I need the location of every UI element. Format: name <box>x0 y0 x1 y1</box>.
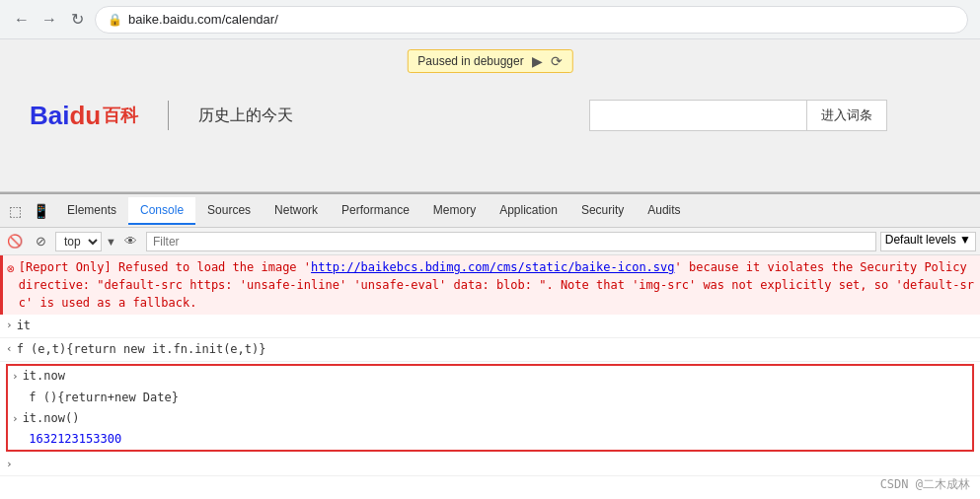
text-timestamp: 1632123153300 <box>29 430 121 449</box>
console-row-fn: ‹ f (e,t){return new it.fn.init(e,t)} <box>0 338 980 362</box>
arrow-returnnewdate <box>12 389 25 406</box>
no-errors-button[interactable]: ⊘ <box>30 231 51 252</box>
boxed-row-itnow: › it.now <box>8 366 972 387</box>
inspect-icon[interactable]: ⬚ <box>4 200 26 222</box>
arrow-itnow[interactable]: › <box>12 368 19 386</box>
console-output: ⊗ [Report Only] Refused to load the imag… <box>0 255 980 499</box>
levels-dropdown[interactable]: Default levels ▼ <box>880 232 976 251</box>
console-toolbar: 🚫 ⊘ top ▼ 👁 Default levels ▼ <box>0 228 980 255</box>
tab-console[interactable]: Console <box>128 197 195 225</box>
row-text-fn: f (e,t){return new it.fn.init(e,t)} <box>17 340 266 359</box>
tab-application[interactable]: Application <box>488 197 569 225</box>
row-text-it: it <box>17 317 31 335</box>
arrow-itnow-call[interactable]: › <box>12 410 19 428</box>
text-itnow: it.now <box>23 367 65 386</box>
boxed-row-returnnewdate: f (){return+new Date} <box>8 388 972 408</box>
arrow-timestamp <box>12 431 25 449</box>
lock-icon: 🔒 <box>108 13 122 27</box>
devtools-panel: ⬚ 📱 Elements Console Sources Network Per… <box>0 192 980 499</box>
devtools-tabs: ⬚ 📱 Elements Console Sources Network Per… <box>0 194 980 228</box>
logo-du: du <box>69 101 101 131</box>
watermark: CSDN @二木成林 <box>880 476 970 493</box>
page-title-cn: 历史上的今天 <box>198 106 293 126</box>
debugger-badge: Paused in debugger ▶ ⟳ <box>407 49 572 73</box>
tab-audits[interactable]: Audits <box>636 197 692 225</box>
search-input-cn[interactable] <box>589 100 806 131</box>
search-area: 进入词条 <box>589 100 887 131</box>
error-link[interactable]: http://baikebcs.bdimg.com/cms/static/bai… <box>311 260 674 274</box>
address-bar[interactable]: 🔒 baike.baidu.com/calendar/ <box>95 6 968 34</box>
logo-baike: 百科 <box>103 104 138 127</box>
filter-input[interactable] <box>146 232 876 251</box>
baidu-logo: Baidu百科 <box>30 101 138 131</box>
back-button[interactable]: ← <box>12 10 32 30</box>
arrow-cursor[interactable]: › <box>6 456 13 473</box>
text-itnow-call: it.now() <box>23 409 80 428</box>
eye-icon[interactable]: 👁 <box>120 231 142 252</box>
console-row-it: › it <box>0 315 980 338</box>
tab-network[interactable]: Network <box>263 197 330 225</box>
console-error-row: ⊗ [Report Only] Refused to load the imag… <box>0 255 980 315</box>
tab-memory[interactable]: Memory <box>421 197 488 225</box>
tab-performance[interactable]: Performance <box>330 197 421 225</box>
context-selector[interactable]: top <box>55 232 102 251</box>
error-text: [Report Only] Refused to load the image … <box>19 258 974 312</box>
expand-arrow-it[interactable]: › <box>6 317 13 334</box>
forward-button[interactable]: → <box>39 10 59 30</box>
debugger-resume-button[interactable]: ▶ <box>532 53 543 69</box>
browser-toolbar: ← → ↻ 🔒 baike.baidu.com/calendar/ <box>0 0 980 39</box>
logo-bai: Bai <box>30 101 69 131</box>
tab-elements[interactable]: Elements <box>55 197 128 225</box>
error-icon: ⊗ <box>7 259 15 279</box>
clear-console-button[interactable]: 🚫 <box>4 231 26 252</box>
console-row-cursor: › <box>0 454 980 476</box>
boxed-row-timestamp: 1632123153300 <box>8 429 972 450</box>
page-content: Paused in debugger ▶ ⟳ Baidu百科 历史上的今天 进入… <box>0 39 980 192</box>
boxed-section: › it.now f (){return+new Date} › it.now(… <box>6 364 974 452</box>
text-returnnewdate: f (){return+new Date} <box>29 389 179 407</box>
tab-sources[interactable]: Sources <box>195 197 263 225</box>
expand-arrow-fn[interactable]: ‹ <box>6 340 13 358</box>
device-icon[interactable]: 📱 <box>30 200 51 222</box>
debugger-badge-text: Paused in debugger <box>417 54 523 68</box>
baidu-header: Baidu百科 历史上的今天 进入词条 <box>0 80 980 151</box>
logo-divider <box>168 101 169 130</box>
search-button-cn[interactable]: 进入词条 <box>806 100 887 131</box>
boxed-row-itnow-call: › it.now() <box>8 408 972 429</box>
refresh-button[interactable]: ↻ <box>67 10 87 30</box>
url-text: baike.baidu.com/calendar/ <box>128 12 955 27</box>
debugger-step-button[interactable]: ⟳ <box>551 53 563 69</box>
tab-security[interactable]: Security <box>569 197 636 225</box>
